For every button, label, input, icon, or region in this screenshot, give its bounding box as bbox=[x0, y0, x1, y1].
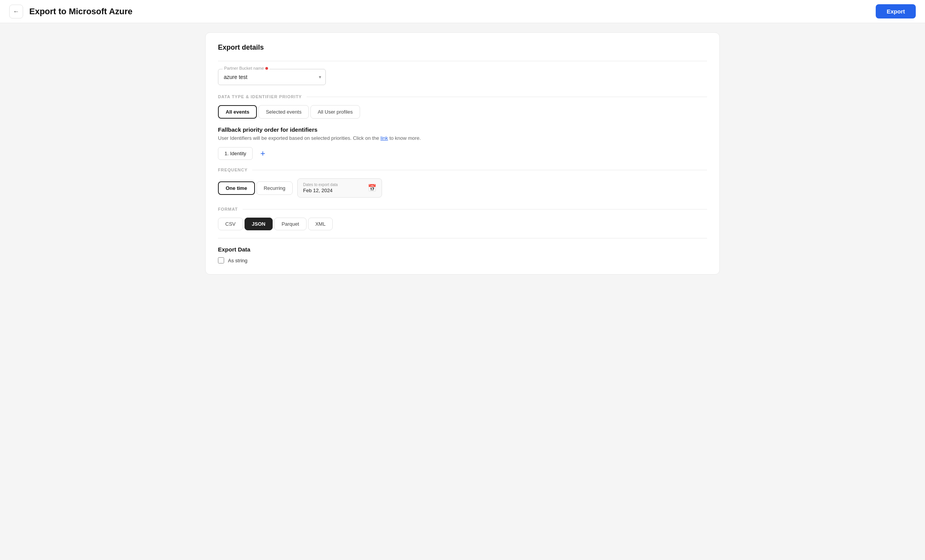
export-data-section: Export Data As string bbox=[218, 246, 707, 263]
top-bar: ← Export to Microsoft Azure Export bbox=[0, 0, 925, 23]
one-time-btn[interactable]: One time bbox=[218, 181, 255, 195]
identity-badge: 1. Identity bbox=[218, 147, 253, 160]
format-section-line bbox=[243, 209, 707, 210]
format-label: FORMAT bbox=[218, 207, 243, 211]
selected-events-btn[interactable]: Selected events bbox=[258, 105, 309, 119]
data-type-label: DATA TYPE & IDENTIFIER PRIORITY bbox=[218, 94, 307, 99]
csv-btn[interactable]: CSV bbox=[218, 218, 243, 230]
top-bar-left: ← Export to Microsoft Azure bbox=[9, 5, 132, 18]
date-label: Dates to export data bbox=[303, 183, 338, 187]
partner-bucket-select-wrapper: Partner Bucket name azure test ▾ bbox=[218, 69, 326, 85]
fallback-desc: User Identifiers will be exported based … bbox=[218, 135, 707, 141]
back-button[interactable]: ← bbox=[9, 5, 23, 18]
xml-btn[interactable]: XML bbox=[308, 218, 333, 230]
parquet-btn[interactable]: Parquet bbox=[274, 218, 307, 230]
all-events-btn[interactable]: All events bbox=[218, 105, 257, 119]
partner-bucket-label: Partner Bucket name bbox=[223, 66, 270, 70]
calendar-icon: 📅 bbox=[368, 184, 376, 192]
as-string-row: As string bbox=[218, 257, 707, 263]
export-data-title: Export Data bbox=[218, 246, 707, 253]
divider-top bbox=[218, 61, 707, 61]
page-title: Export to Microsoft Azure bbox=[29, 7, 132, 17]
partner-bucket-field: Partner Bucket name azure test ▾ bbox=[218, 69, 707, 85]
data-type-section-header: DATA TYPE & IDENTIFIER PRIORITY bbox=[218, 94, 707, 99]
export-button[interactable]: Export bbox=[876, 4, 916, 18]
date-value: Feb 12, 2024 bbox=[303, 188, 338, 193]
add-identity-button[interactable]: + bbox=[257, 148, 268, 159]
json-btn[interactable]: JSON bbox=[245, 218, 273, 230]
as-string-checkbox[interactable] bbox=[218, 257, 224, 263]
divider-export-data bbox=[218, 238, 707, 238]
required-dot bbox=[265, 67, 268, 70]
identity-row: 1. Identity + bbox=[218, 147, 707, 160]
recurring-btn[interactable]: Recurring bbox=[256, 181, 293, 195]
fallback-section: Fallback priority order for identifiers … bbox=[218, 126, 707, 160]
format-toggle-group: CSV JSON Parquet XML bbox=[218, 218, 707, 230]
card-title: Export details bbox=[218, 44, 707, 52]
all-user-profiles-btn[interactable]: All User profiles bbox=[310, 105, 360, 119]
fallback-link[interactable]: link bbox=[380, 135, 388, 141]
frequency-row: One time Recurring Dates to export data … bbox=[218, 178, 707, 198]
fallback-title: Fallback priority order for identifiers bbox=[218, 126, 707, 133]
date-field[interactable]: Dates to export data Feb 12, 2024 📅 bbox=[297, 178, 382, 198]
frequency-toggle-group: One time Recurring bbox=[218, 181, 293, 195]
export-details-card: Export details Partner Bucket name azure… bbox=[205, 32, 720, 275]
partner-bucket-select[interactable]: azure test bbox=[218, 69, 326, 85]
date-field-content: Dates to export data Feb 12, 2024 bbox=[303, 183, 338, 193]
format-section-header: FORMAT bbox=[218, 207, 707, 211]
frequency-label: FREQUENCY bbox=[218, 168, 252, 172]
section-line bbox=[307, 97, 707, 97]
frequency-section-header: FREQUENCY bbox=[218, 168, 707, 172]
main-content: Export details Partner Bucket name azure… bbox=[193, 23, 732, 284]
data-type-toggle-group: All events Selected events All User prof… bbox=[218, 105, 707, 119]
frequency-section-line bbox=[252, 170, 707, 170]
as-string-label: As string bbox=[228, 258, 248, 263]
